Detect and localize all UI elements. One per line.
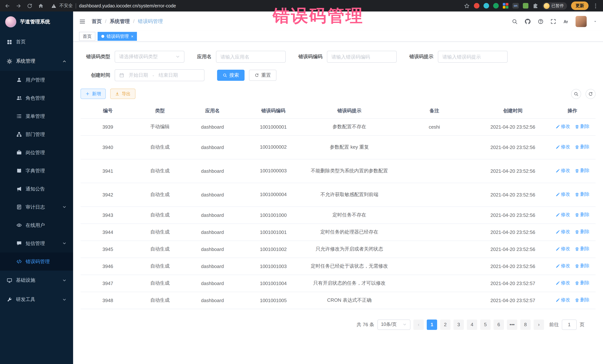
header-search-icon[interactable] [512, 18, 518, 24]
page-button-2[interactable]: 2 [440, 319, 451, 330]
delete-button[interactable]: 删除 [575, 212, 590, 218]
sidebar-item-role-management[interactable]: 角色管理 [0, 89, 73, 107]
sidebar-menu: 首页系统管理用户管理角色管理菜单管理部门管理岗位管理字典管理通知公告审计日志在线… [0, 32, 73, 364]
extension-on-icon[interactable]: on [512, 3, 519, 9]
page-size-select[interactable]: 10条/页 [377, 319, 410, 330]
fullscreen-icon[interactable] [550, 18, 556, 24]
edit-button[interactable]: 修改 [555, 212, 570, 218]
delete-button[interactable]: 删除 [575, 124, 590, 130]
edit-button[interactable]: 修改 [555, 124, 570, 130]
cell-id: 3948 [81, 292, 135, 309]
profile-chip[interactable]: 已暂停 [543, 2, 567, 10]
table-toolbar: 新增 导出 [81, 88, 596, 99]
sidebar-toggle-icon[interactable] [79, 18, 86, 25]
extension-drop-icon[interactable] [484, 3, 489, 9]
delete-button[interactable]: 删除 [575, 229, 590, 235]
delete-button[interactable]: 删除 [575, 263, 590, 269]
browser-forward-icon[interactable] [16, 3, 22, 9]
filter-app-label: 应用名 [197, 53, 216, 60]
app-name-input[interactable] [216, 51, 286, 63]
sidebar-item-notice-announcement[interactable]: 通知公告 [0, 180, 73, 198]
page-button-3[interactable]: 3 [453, 319, 464, 330]
extensions-puzzle-icon[interactable] [533, 3, 538, 9]
delete-button[interactable]: 删除 [575, 191, 590, 198]
bookmark-star-icon[interactable] [464, 3, 470, 9]
sidebar-item-home[interactable]: 首页 [0, 32, 73, 52]
extension-adblock-icon[interactable] [474, 3, 479, 9]
search-button[interactable]: 搜索 [217, 70, 244, 81]
date-range-picker[interactable]: 开始日期 - 结束日期 [115, 69, 204, 81]
github-icon[interactable] [524, 18, 531, 25]
error-type-select[interactable]: 请选择错误码类型 [115, 51, 185, 63]
edit-button[interactable]: 修改 [555, 229, 570, 235]
sidebar-item-system-management[interactable]: 系统管理 [0, 52, 73, 71]
browser-back-icon[interactable] [4, 3, 10, 9]
edit-button[interactable]: 修改 [555, 168, 570, 174]
next-page-button[interactable]: › [533, 319, 544, 330]
sidebar-item-audit-log[interactable]: 审计日志 [0, 198, 73, 216]
sidebar-item-sms-management[interactable]: 短信管理 [0, 234, 73, 253]
column-header: 应用名 [185, 103, 240, 118]
sidebar-item-post-management[interactable]: 岗位管理 [0, 143, 73, 162]
edit-button[interactable]: 修改 [555, 191, 570, 198]
more-pages-button[interactable]: ••• [507, 319, 517, 330]
breadcrumb-separator: / [105, 19, 106, 24]
page-button-4[interactable]: 4 [467, 319, 477, 330]
sidebar-item-dev-tools[interactable]: 研发工具 [0, 290, 73, 309]
error-code-table: 编号类型应用名错误码编码错误码提示备注创建时间操作 3939手动编辑dashbo… [81, 103, 596, 309]
toggle-search-button[interactable] [571, 89, 581, 99]
edit-button[interactable]: 修改 [555, 297, 570, 303]
breadcrumb-item[interactable]: 错误码管理 [138, 18, 163, 25]
sidebar-item-dept-management[interactable]: 部门管理 [0, 125, 73, 143]
page-button-1[interactable]: 1 [427, 319, 437, 330]
delete-button[interactable]: 删除 [575, 280, 590, 286]
extension-grid-icon[interactable] [503, 3, 508, 9]
browser-update-button[interactable]: 更新 [571, 1, 589, 10]
extension-leaf-icon[interactable] [523, 3, 528, 9]
prev-page-button[interactable]: ‹ [413, 319, 424, 330]
page-button-6[interactable]: 6 [494, 319, 504, 330]
reset-button[interactable]: 重置 [249, 70, 277, 81]
export-button[interactable]: 导出 [110, 88, 135, 99]
edit-button[interactable]: 修改 [555, 144, 570, 150]
browser-menu-icon[interactable] [593, 3, 599, 9]
edit-button[interactable]: 修改 [555, 246, 570, 252]
page-button-8[interactable]: 8 [520, 319, 531, 330]
tab-item[interactable]: 首页 [79, 32, 95, 41]
extension-v-icon[interactable] [493, 3, 499, 9]
delete-icon [575, 192, 579, 197]
delete-button[interactable]: 删除 [575, 297, 590, 303]
close-tab-icon[interactable]: × [131, 34, 133, 38]
sidebar-item-user-management[interactable]: 用户管理 [0, 71, 73, 89]
sidebar-item-infrastructure[interactable]: 基础设施 [0, 271, 73, 290]
delete-button[interactable]: 删除 [575, 246, 590, 252]
sidebar-item-online-users[interactable]: 在线用户 [0, 216, 73, 234]
edit-button[interactable]: 修改 [555, 263, 570, 269]
cell-type: 自动生成 [135, 241, 185, 258]
refresh-table-button[interactable] [586, 89, 596, 99]
sidebar-item-error-code-management[interactable]: 错误码管理 [0, 253, 73, 271]
browser-home-icon[interactable] [38, 3, 44, 9]
breadcrumb-item[interactable]: 首页 [92, 18, 102, 25]
user-avatar[interactable] [576, 16, 587, 27]
delete-button[interactable]: 删除 [575, 168, 590, 174]
cell-remark [392, 135, 476, 159]
font-size-icon[interactable] [563, 18, 569, 24]
user-menu-caret-icon[interactable] [593, 20, 597, 23]
goto-page-input[interactable] [562, 319, 577, 330]
sidebar-item-dict-management[interactable]: 字典管理 [0, 162, 73, 180]
add-button[interactable]: 新增 [81, 88, 106, 99]
error-code-input[interactable] [327, 51, 397, 63]
edit-button[interactable]: 修改 [555, 280, 570, 286]
app-logo[interactable]: 芋道管理系统 [0, 11, 73, 32]
log-icon [16, 204, 22, 210]
sidebar-item-menu-management[interactable]: 菜单管理 [0, 107, 73, 125]
address-bar[interactable]: 不安全 dashboard.yudao.iocoder.cn/system/er… [51, 3, 176, 9]
error-hint-input[interactable] [438, 51, 508, 63]
help-icon[interactable] [538, 18, 544, 24]
page-button-5[interactable]: 5 [480, 319, 491, 330]
breadcrumb-item[interactable]: 系统管理 [110, 18, 130, 25]
browser-reload-icon[interactable] [27, 3, 33, 9]
delete-button[interactable]: 删除 [575, 144, 590, 150]
tab-active[interactable]: 错误码管理× [98, 32, 137, 41]
